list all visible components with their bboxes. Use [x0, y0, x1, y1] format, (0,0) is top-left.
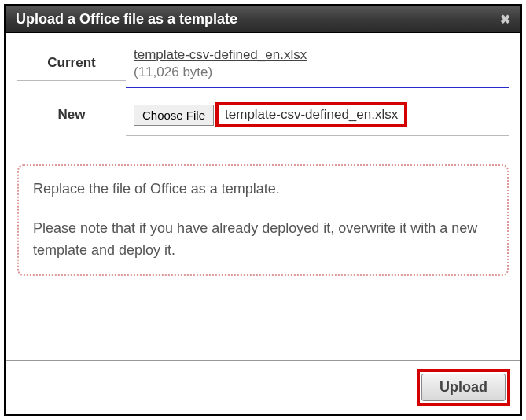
new-label: New [17, 104, 126, 134]
dialog-footer: Upload [6, 360, 520, 414]
new-value: Choose File template-csv-defined_en.xlsx [126, 102, 509, 136]
info-line-1: Replace the file of Office as a template… [33, 179, 493, 201]
info-box: Replace the file of Office as a template… [17, 164, 509, 276]
dialog-window: Upload a Office file as a template ✖ Cur… [4, 4, 522, 416]
current-label: Current [17, 47, 126, 81]
dialog-title: Upload a Office file as a template [16, 11, 237, 28]
close-icon[interactable]: ✖ [500, 12, 510, 27]
current-file-link[interactable]: template-csv-defined_en.xlsx [134, 47, 307, 62]
upload-highlight: Upload [417, 369, 510, 406]
chosen-file-highlight: template-csv-defined_en.xlsx [215, 102, 407, 127]
choose-file-button[interactable]: Choose File [134, 105, 214, 126]
dialog-titlebar: Upload a Office file as a template ✖ [6, 6, 520, 33]
current-row: Current template-csv-defined_en.xlsx (11… [17, 47, 509, 88]
dialog-body: Current template-csv-defined_en.xlsx (11… [6, 33, 520, 360]
current-value: template-csv-defined_en.xlsx (11,026 byt… [126, 47, 509, 88]
upload-button[interactable]: Upload [421, 374, 506, 401]
current-file-size: (11,026 byte) [134, 64, 509, 80]
chosen-file-name: template-csv-defined_en.xlsx [225, 107, 398, 122]
new-row: New Choose File template-csv-defined_en.… [17, 102, 509, 136]
info-line-2: Please note that if you have already dep… [33, 218, 493, 262]
